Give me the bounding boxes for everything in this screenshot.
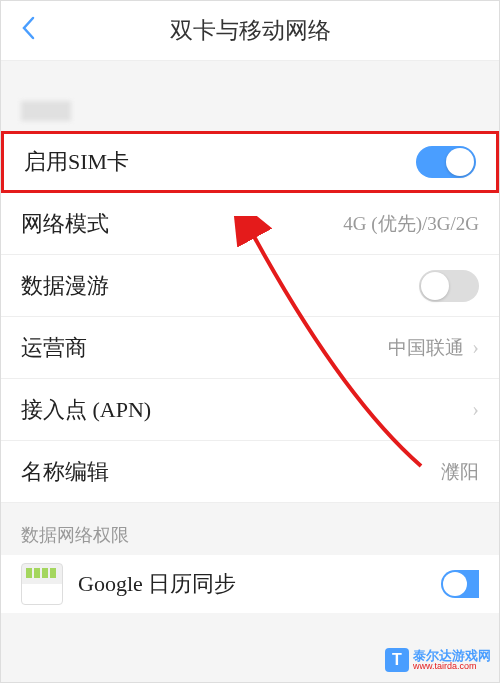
back-button[interactable] [1,15,55,47]
enable-sim-toggle[interactable] [416,146,476,178]
page-title: 双卡与移动网络 [170,15,331,46]
watermark-logo-icon: T [385,648,409,672]
apn-label: 接入点 (APN) [21,395,151,425]
carrier-value: 中国联通 [388,335,464,361]
apn-row[interactable]: 接入点 (APN) › [1,379,499,441]
google-calendar-toggle[interactable] [441,570,479,598]
enable-sim-label: 启用SIM卡 [24,147,129,177]
chevron-right-icon: › [472,398,479,421]
watermark: T 泰尔达游戏网 www.tairda.com [385,648,491,672]
toggle-knob [421,272,449,300]
settings-list: 启用SIM卡 网络模式 4G (优先)/3G/2G 数据漫游 运营商 中国联通 … [1,131,499,503]
enable-sim-row[interactable]: 启用SIM卡 [1,131,499,193]
data-roaming-row[interactable]: 数据漫游 [1,255,499,317]
data-roaming-toggle[interactable] [419,270,479,302]
chevron-right-icon: › [472,336,479,359]
sim-section-spacer [1,61,499,131]
data-permission-header: 数据网络权限 [1,503,499,555]
chevron-left-icon [21,16,35,40]
name-edit-label: 名称编辑 [21,457,109,487]
name-edit-value: 濮阳 [441,459,479,485]
network-mode-value: 4G (优先)/3G/2G [343,211,479,237]
blurred-label [21,101,71,121]
google-calendar-label: Google 日历同步 [78,569,426,599]
data-roaming-label: 数据漫游 [21,271,109,301]
network-mode-row[interactable]: 网络模式 4G (优先)/3G/2G [1,193,499,255]
watermark-text-en: www.tairda.com [413,662,491,671]
google-calendar-row[interactable]: Google 日历同步 [1,555,499,613]
name-edit-row[interactable]: 名称编辑 濮阳 [1,441,499,503]
toggle-knob [446,148,474,176]
carrier-row[interactable]: 运营商 中国联通 › [1,317,499,379]
carrier-label: 运营商 [21,333,87,363]
calendar-icon [21,563,63,605]
network-mode-label: 网络模式 [21,209,109,239]
header-bar: 双卡与移动网络 [1,1,499,61]
